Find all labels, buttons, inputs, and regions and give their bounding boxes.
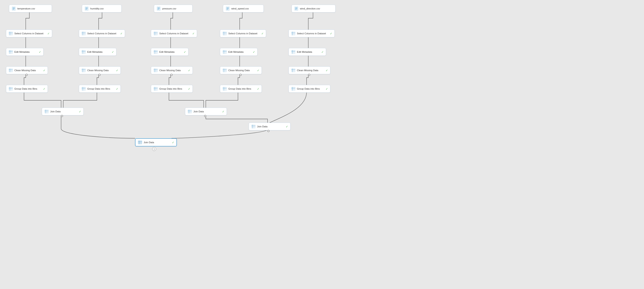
clean-missing-node-1[interactable]: Clean Missing Data ✓ [6, 66, 48, 74]
svg-rect-26 [82, 68, 86, 72]
select-columns-node-3[interactable]: Select Columns in Dataset ✓ [151, 30, 197, 37]
output-port[interactable] [61, 115, 63, 117]
edit-metadata-node-1[interactable]: Edit Metadata ✓ [6, 48, 44, 56]
svg-rect-42 [154, 68, 158, 72]
check-icon: ✓ [79, 110, 81, 113]
select-columns-node-2[interactable]: Select Columns in Dataset ✓ [79, 30, 125, 37]
node-label: Join Data [50, 110, 78, 113]
svg-rect-20 [82, 32, 86, 35]
svg-rect-23 [82, 50, 86, 54]
check-icon: ✓ [43, 87, 46, 90]
csv-icon [294, 6, 299, 11]
check-icon: ✓ [188, 69, 190, 72]
svg-rect-58 [223, 68, 226, 72]
output-port[interactable] [98, 74, 100, 76]
check-icon: ✓ [43, 69, 46, 72]
output-port[interactable] [240, 74, 242, 76]
module-icon [291, 50, 296, 54]
group-bins-node-5[interactable]: Group Data into Bins ✓ [288, 85, 330, 92]
group-bins-node-2[interactable]: Group Data into Bins ✓ [79, 85, 121, 92]
csv-node-wind-direction[interactable]: wind_direction.csv [292, 5, 336, 12]
clean-missing-node-2[interactable]: Clean Missing Data ✓ [79, 66, 121, 74]
svg-rect-55 [223, 50, 226, 54]
module-icon [222, 68, 227, 73]
module-icon [8, 68, 13, 73]
csv-node-temperature[interactable]: temperature.csv [9, 5, 52, 12]
csv-icon [225, 6, 230, 11]
node-label: Clean Missing Data [228, 69, 256, 72]
module-icon [222, 31, 227, 36]
join-data-node-1[interactable]: Join Data ✓ [42, 108, 84, 115]
node-label: Group Data into Bins [87, 88, 115, 90]
group-bins-node-3[interactable]: Group Data into Bins ✓ [151, 85, 193, 92]
check-icon: ✓ [321, 50, 324, 54]
node-label: Select Columns in Dataset [297, 32, 329, 35]
check-icon: ✓ [261, 32, 264, 35]
check-icon: ✓ [112, 50, 114, 54]
svg-rect-74 [291, 68, 295, 72]
output-port[interactable] [308, 74, 310, 76]
check-icon: ✓ [257, 87, 260, 90]
module-icon [153, 86, 158, 91]
check-icon: ✓ [39, 50, 41, 54]
check-icon: ✓ [326, 87, 328, 90]
select-columns-node-1[interactable]: Select Columns in Dataset ✓ [6, 30, 52, 37]
output-port[interactable] [204, 115, 206, 117]
clean-missing-node-3[interactable]: Clean Missing Data ✓ [151, 66, 193, 74]
clean-missing-node-5[interactable]: Clean Missing Data ✓ [288, 66, 330, 74]
edit-metadata-node-3[interactable]: Edit Metadata ✓ [151, 48, 188, 56]
edit-metadata-node-2[interactable]: Edit Metadata ✓ [79, 48, 116, 56]
svg-rect-7 [9, 50, 13, 54]
join-data-node-2[interactable]: Join Data ✓ [185, 108, 227, 115]
check-icon: ✓ [330, 32, 332, 35]
svg-rect-36 [154, 32, 158, 35]
module-icon [81, 31, 86, 36]
check-icon: ✓ [222, 110, 224, 113]
csv-icon [11, 6, 16, 11]
module-icon [138, 140, 142, 145]
module-icon [44, 109, 49, 114]
node-label: Join Data [144, 141, 171, 144]
svg-rect-13 [9, 87, 13, 91]
module-icon [8, 86, 13, 91]
node-label: Clean Missing Data [14, 69, 42, 72]
svg-rect-80 [44, 110, 48, 114]
group-bins-node-1[interactable]: Group Data into Bins ✓ [6, 85, 48, 92]
edit-metadata-node-4[interactable]: Edit Metadata ✓ [220, 48, 258, 56]
module-icon [81, 50, 86, 54]
csv-node-wind-speed[interactable]: wind_speed.csv [223, 5, 264, 12]
node-label: Select Columns in Dataset [159, 32, 191, 35]
module-icon [8, 31, 13, 36]
output-port[interactable] [267, 130, 270, 132]
csv-node-humidity[interactable]: humidity.csv [82, 5, 122, 12]
svg-rect-86 [252, 125, 255, 128]
node-label: Clean Missing Data [159, 69, 187, 72]
check-icon: ✓ [253, 50, 255, 54]
node-label: Edit Metadata [228, 50, 252, 53]
svg-rect-89 [138, 141, 142, 144]
join-data-node-4[interactable]: Join Data ✓ [135, 138, 177, 146]
select-columns-node-4[interactable]: Select Columns in Dataset ✓ [220, 30, 266, 37]
svg-rect-68 [291, 32, 295, 35]
output-port[interactable] [170, 74, 172, 76]
edit-metadata-node-5[interactable]: Edit Metadata ✓ [288, 48, 326, 56]
module-icon [291, 68, 296, 73]
check-icon: ✓ [120, 32, 123, 35]
check-icon: ✓ [48, 32, 50, 35]
module-icon [81, 68, 86, 73]
clean-missing-node-4[interactable]: Clean Missing Data ✓ [220, 66, 262, 74]
node-label: Select Columns in Dataset [14, 32, 46, 35]
module-icon [153, 31, 158, 36]
check-icon: ✓ [184, 50, 186, 54]
csv-node-pressure[interactable]: pressure.csv [154, 5, 192, 12]
output-port[interactable] [26, 74, 28, 76]
svg-rect-77 [291, 87, 295, 91]
node-label: Edit Metadata [159, 50, 182, 53]
node-label: Edit Metadata [297, 50, 320, 53]
node-label: Group Data into Bins [297, 88, 324, 90]
group-bins-node-4[interactable]: Group Data into Bins ✓ [220, 85, 262, 92]
check-icon: ✓ [116, 87, 118, 90]
svg-rect-29 [82, 87, 86, 91]
join-data-node-3[interactable]: Join Data ✓ [249, 123, 290, 130]
select-columns-node-5[interactable]: Select Columns in Dataset ✓ [288, 30, 335, 37]
